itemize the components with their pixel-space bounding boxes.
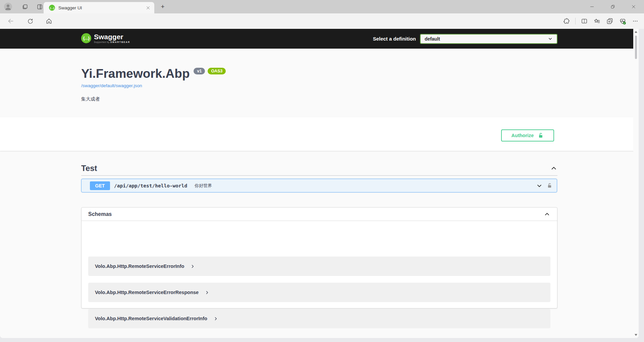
web-content: {…} Swagger Supported by SMARTBEAR Selec… [0,29,639,338]
swagger-favicon-icon: {…} [49,5,55,11]
refresh-icon [27,18,34,24]
browser-toolbar: localhost:19001/swagger/index.html [0,13,644,29]
ellipsis-icon [632,18,638,24]
chevron-down-icon [548,36,553,41]
collections-icon [606,18,613,24]
split-screen-button[interactable] [580,17,588,25]
chevron-right-icon [213,316,218,321]
scrollbar-thumb[interactable] [635,36,637,59]
schema-name: Volo.Abp.Http.RemoteServiceValidationErr… [95,316,207,321]
swagger-logo-text: Swagger [94,33,130,41]
schema-row[interactable]: Volo.Abp.Http.RemoteServiceErrorResponse [88,283,550,302]
chevron-down-icon [536,182,543,189]
definition-selector: Select a definition default [373,29,557,49]
chevron-right-icon [190,264,195,269]
swagger-topbar: {…} Swagger Supported by SMARTBEAR Selec… [0,29,639,49]
tag-title: Test [81,164,550,173]
smartbear-text: SMARTBEAR [110,41,130,43]
schemas-header[interactable]: Schemas [82,208,557,221]
tab-title: Swagger UI [58,5,145,10]
select-definition-label: Select a definition [373,36,416,42]
swagger-logo-subtext: Supported by SMARTBEAR [94,41,130,43]
chevron-right-icon [205,290,210,295]
browser-essentials-button[interactable] [619,17,627,25]
swagger-logo[interactable]: {…} Swagger Supported by SMARTBEAR [81,33,130,43]
favorites-button[interactable] [593,17,601,25]
tab-actions-button[interactable] [36,3,44,11]
home-button[interactable] [45,17,53,25]
extensions-button[interactable] [562,17,571,25]
toolbar-separator [575,18,576,24]
profile-avatar[interactable] [4,3,12,11]
api-title: Yi.Framework.Abp [81,66,190,81]
operation-path[interactable]: /api/app/test/hello-world [114,183,187,188]
workspaces-button[interactable] [21,3,29,11]
chevron-up-icon[interactable] [550,165,557,172]
definition-select[interactable]: default [420,34,557,44]
swagger-logo-textcol: Swagger Supported by SMARTBEAR [94,33,130,43]
swagger-logo-icon: {…} [81,33,91,43]
browser-tab[interactable]: {…} Swagger UI [44,2,154,13]
new-tab-button[interactable]: + [158,3,167,10]
split-screen-icon [581,18,588,24]
api-title-row: Yi.Framework.Abp v1 OAS3 [81,66,226,81]
authorize-button[interactable]: Authorize [501,129,554,141]
supported-by-text: Supported by [94,41,110,43]
restore-icon [610,4,615,9]
close-icon [631,4,636,9]
toolbar-right-icons [562,17,639,25]
definition-select-value: default [425,36,548,42]
extensions-puzzle-icon [563,18,570,24]
api-description: 集大成者 [81,96,100,102]
oas3-badge: OAS3 [208,68,226,74]
home-icon [46,18,52,24]
chevron-up-icon[interactable] [544,211,550,218]
schema-name: Volo.Abp.Http.RemoteServiceErrorInfo [95,264,184,269]
schema-row[interactable]: Volo.Abp.Http.RemoteServiceValidationErr… [88,309,550,328]
operation-row-get[interactable]: GET /api/app/test/hello-world 你好世界 [81,179,557,192]
window-controls [582,0,644,13]
version-badge: v1 [194,68,205,74]
tab-close-button[interactable] [145,5,151,11]
authorize-label: Authorize [512,133,534,138]
settings-menu-button[interactable] [631,17,639,25]
restore-button[interactable] [602,0,623,13]
expand-operation-button[interactable] [535,182,543,190]
minimize-icon [590,4,594,9]
scheme-container: Authorize [0,117,639,151]
browser-tab-bar: {…} Swagger UI + [0,0,644,13]
screen: { "browser": { "tab_title": "Swagger UI"… [0,0,644,342]
person-icon [4,3,12,11]
scrollbar-down-arrow[interactable] [635,334,637,336]
schemas-section: Schemas Volo.Abp.Http.RemoteServiceError… [81,207,557,308]
operation-auth-button[interactable] [545,182,553,190]
vertical-scrollbar[interactable] [633,29,639,338]
tag-section-header[interactable]: Test [81,161,557,176]
schema-row[interactable]: Volo.Abp.Http.RemoteServiceErrorInfo [88,256,550,276]
method-badge[interactable]: GET [90,181,110,190]
tab-actions-icon [37,4,43,10]
minimize-button[interactable] [582,0,602,13]
close-window-button[interactable] [623,0,644,13]
schema-name: Volo.Abp.Http.RemoteServiceErrorResponse [95,290,199,295]
close-icon [146,6,150,10]
schemas-title: Schemas [88,211,544,217]
spec-json-link[interactable]: /swagger/default/swagger.json [81,83,142,88]
back-arrow-icon [7,18,14,24]
operation-summary: 你好世界 [195,183,535,189]
favorites-star-list-icon [594,18,600,24]
workspaces-icon [22,4,28,10]
back-button[interactable] [7,17,15,25]
unlock-icon [538,132,544,138]
browser-essentials-icon [619,18,626,25]
scrollbar-up-arrow[interactable] [635,31,637,33]
collections-button[interactable] [606,17,614,25]
unlock-icon [547,183,552,188]
refresh-button[interactable] [26,17,34,25]
